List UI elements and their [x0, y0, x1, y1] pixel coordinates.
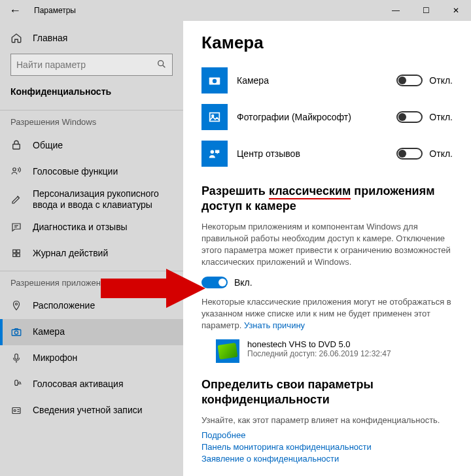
voice-icon	[10, 379, 22, 390]
sidebar-item-label: Голосовые функции	[33, 166, 118, 177]
history-icon	[10, 248, 22, 260]
camera-icon	[10, 326, 22, 338]
classic-app-icon	[216, 339, 239, 363]
sidebar-item-general[interactable]: Общие	[0, 132, 183, 158]
link-more[interactable]: Подробнее	[201, 430, 453, 440]
sidebar-group-windows: Разрешения Windows	[0, 114, 183, 132]
sidebar-item-voice-activation[interactable]: Голосовая активация	[0, 371, 183, 398]
sidebar-item-inking[interactable]: Персонализация рукописного ввода и ввода…	[0, 184, 183, 214]
app-toggle[interactable]	[396, 148, 423, 160]
sidebar-item-label: Микрофон	[33, 352, 77, 364]
sidebar-item-location[interactable]: Расположение	[0, 293, 183, 319]
svg-rect-9	[17, 254, 20, 257]
classic-apps-toggle[interactable]	[201, 277, 228, 288]
search-input[interactable]	[16, 60, 156, 70]
sidebar-item-camera[interactable]: Камера	[0, 319, 183, 345]
content-pane: Камера Камера Откл. Фотографии (Майкросо…	[183, 21, 471, 476]
sidebar-item-label: Журнал действий	[33, 248, 108, 259]
link-statement[interactable]: Заявление о конфиденциальности	[201, 454, 453, 464]
classic-apps-toggle-row: Вкл.	[201, 277, 453, 288]
sidebar-item-label: Голосовая активация	[33, 379, 124, 390]
section-privacy-heading: Определить свои параметры конфиденциальн…	[201, 377, 453, 408]
location-icon	[10, 300, 22, 312]
classic-apps-toggle-label: Вкл.	[234, 277, 253, 288]
maximize-button[interactable]: ☐	[411, 0, 441, 21]
sidebar-item-label: Камера	[33, 326, 65, 337]
section-classic-apps-note: Некоторые классические приложения могут …	[201, 296, 453, 332]
app-icon-camera	[201, 67, 228, 94]
svg-rect-6	[13, 250, 16, 253]
app-icon-feedback	[201, 141, 228, 167]
svg-point-12	[14, 331, 18, 334]
app-icon-photos	[201, 104, 228, 130]
section-privacy-desc: Узнайте, как этот параметр влияет на кон…	[201, 415, 453, 426]
sidebar-item-speech[interactable]: Голосовые функции	[0, 158, 183, 184]
app-toggle[interactable]	[396, 111, 423, 123]
lock-icon	[10, 139, 22, 151]
svg-rect-22	[210, 113, 220, 122]
svg-rect-7	[17, 250, 20, 253]
svg-point-0	[158, 60, 164, 65]
section-classic-apps-desc: Некоторым приложениям и компонентам Wind…	[201, 221, 453, 269]
classic-app-last-access: Последний доступ: 26.06.2019 12:32:47	[247, 349, 391, 358]
sidebar-item-account[interactable]: Сведения учетной записи	[0, 398, 183, 424]
svg-point-17	[14, 409, 16, 411]
sidebar-item-activity[interactable]: Журнал действий	[0, 241, 183, 267]
svg-point-10	[16, 303, 18, 305]
svg-rect-2	[13, 144, 20, 150]
search-input-container[interactable]	[10, 54, 173, 76]
sidebar-home[interactable]: Главная	[0, 25, 183, 51]
minimize-button[interactable]: —	[381, 0, 411, 21]
sidebar-item-label: Расположение	[33, 300, 95, 311]
app-toggle-label: Откл.	[429, 75, 453, 86]
app-row-photos: Фотографии (Майкрософт) Откл.	[201, 101, 453, 133]
classic-app-name: honestech VHS to DVD 5.0	[247, 339, 391, 349]
svg-rect-8	[13, 254, 16, 257]
sidebar-group-apps: Разрешения приложений	[0, 275, 183, 293]
svg-point-24	[211, 150, 215, 154]
sidebar-section-title: Конфиденциальность	[0, 82, 183, 106]
back-button[interactable]: ←	[0, 4, 30, 18]
close-button[interactable]: ✕	[441, 0, 471, 21]
microphone-icon	[10, 352, 22, 364]
account-icon	[10, 405, 22, 416]
svg-line-1	[163, 65, 165, 67]
svg-rect-15	[15, 380, 18, 385]
sidebar-item-label: Общие	[33, 140, 63, 151]
classic-app-item: honestech VHS to DVD 5.0 Последний досту…	[216, 339, 453, 363]
app-row-camera: Камера Откл.	[201, 65, 453, 96]
home-icon	[10, 32, 22, 44]
app-name: Камера	[237, 75, 396, 86]
page-title: Камера	[201, 33, 453, 53]
pencil-icon	[10, 194, 22, 205]
svg-point-21	[213, 79, 217, 83]
app-toggle[interactable]	[396, 75, 423, 86]
speech-icon	[10, 165, 22, 177]
window-title: Параметры	[34, 6, 76, 15]
underlined-word: классическим	[269, 184, 351, 199]
sidebar-item-diagnostics[interactable]: Диагностика и отзывы	[0, 214, 183, 241]
sidebar: Главная Конфиденциальность Разрешения Wi…	[0, 21, 183, 476]
link-dashboard[interactable]: Панель мониторинга конфиденциальности	[201, 442, 453, 452]
app-row-feedback: Центр отзывов Откл.	[201, 138, 453, 169]
sidebar-item-label: Сведения учетной записи	[33, 405, 143, 416]
sidebar-item-label: Персонализация рукописного ввода и ввода…	[33, 188, 173, 211]
feedback-icon	[10, 222, 22, 233]
search-icon	[156, 59, 167, 71]
app-toggle-label: Откл.	[429, 112, 453, 122]
sidebar-item-label: Диагностика и отзывы	[33, 222, 128, 233]
app-name: Центр отзывов	[237, 148, 396, 159]
sidebar-item-microphone[interactable]: Микрофон	[0, 345, 183, 371]
svg-point-3	[13, 168, 16, 171]
app-toggle-label: Откл.	[429, 148, 453, 159]
section-classic-apps-heading: Разрешить классическим приложениям досту…	[201, 184, 453, 214]
svg-rect-13	[15, 354, 18, 359]
sidebar-home-label: Главная	[33, 33, 67, 43]
learn-why-link[interactable]: Узнать причину	[244, 320, 305, 330]
app-name: Фотографии (Майкрософт)	[237, 112, 396, 122]
